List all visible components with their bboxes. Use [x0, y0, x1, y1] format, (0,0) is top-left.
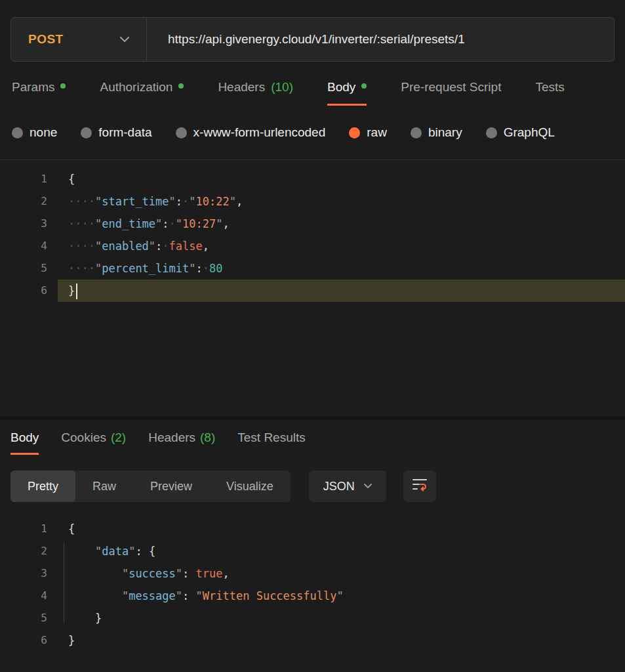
code-text: } [58, 629, 625, 652]
tab-authorization[interactable]: Authorization [100, 80, 184, 106]
mode-label: binary [428, 125, 462, 140]
chevron-down-icon [120, 37, 129, 43]
line-number: 1 [0, 168, 58, 190]
line-number: 2 [0, 190, 58, 213]
code-text: { [58, 518, 625, 540]
code-text: "data": { [58, 540, 625, 562]
code-text: "message": "Written Successfully" [58, 585, 625, 607]
line-number: 1 [0, 518, 58, 540]
body-mode-none[interactable]: none [12, 125, 57, 140]
code-line-3: 3 "success": true, [0, 562, 625, 585]
code-line-4[interactable]: 4····"enabled":·false, [0, 235, 625, 257]
code-line-4: 4 "message": "Written Successfully" [0, 585, 625, 607]
method-selector[interactable]: POST [11, 18, 146, 61]
view-raw-button[interactable]: Raw [75, 471, 133, 502]
view-pretty-button[interactable]: Pretty [10, 471, 75, 502]
wrap-lines-button[interactable] [403, 471, 436, 502]
code-line-1[interactable]: 1{ [0, 168, 625, 190]
code-line-5[interactable]: 5····"percent_limit":·80 [0, 257, 625, 280]
tab-label: Tests [535, 80, 564, 94]
tab-label: Cookies [61, 430, 106, 445]
code-text: ····"start_time":·"10:22", [58, 190, 625, 213]
tab-label: Headers [148, 430, 195, 445]
tab-label: Body [327, 80, 355, 94]
body-mode-urlencoded[interactable]: x-www-form-urlencoded [176, 125, 326, 140]
tab-tests[interactable]: Tests [535, 80, 564, 106]
text-cursor [76, 284, 77, 299]
code-text: } [58, 280, 625, 302]
response-tab-cookies[interactable]: Cookies (2) [61, 430, 126, 455]
code-line-2: 2 "data": { [0, 540, 625, 562]
line-number: 5 [0, 257, 58, 280]
view-visualize-button[interactable]: Visualize [209, 471, 291, 502]
tab-count: (8) [200, 430, 215, 445]
tab-label: Headers [218, 80, 265, 94]
response-tab-headers[interactable]: Headers (8) [148, 430, 215, 455]
mode-label: raw [367, 125, 387, 140]
line-number: 5 [0, 607, 58, 629]
line-number: 4 [0, 235, 58, 257]
url-input[interactable] [147, 18, 614, 61]
radio-icon [81, 127, 92, 138]
format-label: JSON [323, 480, 355, 494]
line-number: 6 [0, 280, 58, 302]
radio-icon [411, 127, 422, 138]
mode-label: none [30, 125, 57, 140]
code-line-2[interactable]: 2····"start_time":·"10:22", [0, 190, 625, 213]
response-view-bar: Pretty Raw Preview Visualize JSON [10, 471, 625, 502]
code-text: ····"enabled":·false, [58, 235, 625, 257]
body-mode-form-data[interactable]: form-data [81, 125, 151, 140]
mode-label: x-www-form-urlencoded [193, 125, 326, 140]
radio-icon [176, 127, 187, 138]
tab-count: (2) [111, 430, 126, 445]
line-number: 2 [0, 540, 58, 562]
body-mode-binary[interactable]: binary [411, 125, 462, 140]
code-text: ····"percent_limit":·80 [58, 257, 625, 280]
line-number: 6 [0, 629, 58, 652]
request-body-editor[interactable]: 1{2····"start_time":·"10:22",3····"end_t… [0, 159, 625, 417]
request-url-bar: POST [10, 17, 615, 62]
green-dot-icon [178, 83, 184, 89]
code-line-6: 6} [0, 629, 625, 652]
line-number: 3 [0, 562, 58, 585]
radio-icon [12, 127, 23, 138]
code-line-5: 5 } [0, 607, 625, 629]
method-label: POST [28, 32, 64, 47]
request-tabs: Params Authorization Headers (10) Body P… [0, 62, 625, 106]
format-dropdown[interactable]: JSON [309, 471, 386, 502]
radio-selected-icon [349, 127, 360, 138]
line-number: 4 [0, 585, 58, 607]
response-tab-body[interactable]: Body [10, 430, 39, 455]
green-dot-icon [60, 83, 66, 89]
code-line-1: 1{ [0, 518, 625, 540]
view-preview-button[interactable]: Preview [133, 471, 209, 502]
response-tabs: Body Cookies (2) Headers (8) Test Result… [0, 420, 625, 455]
radio-icon [486, 127, 497, 138]
code-text: } [58, 607, 625, 629]
tab-headers[interactable]: Headers (10) [218, 80, 293, 106]
body-mode-graphql[interactable]: GraphQL [486, 125, 555, 140]
tab-label: Body [10, 430, 39, 445]
tab-label: Test Results [237, 430, 305, 445]
mode-label: GraphQL [504, 125, 555, 140]
wrap-lines-icon [412, 478, 428, 495]
tab-label: Authorization [100, 80, 172, 94]
code-line-3[interactable]: 3····"end_time":·"10:27", [0, 213, 625, 235]
response-body-viewer: 1{2 "data": {3 "success": true,4 "messag… [0, 514, 625, 652]
line-number: 3 [0, 213, 58, 235]
tab-label: Pre-request Script [401, 80, 501, 94]
body-type-selector: none form-data x-www-form-urlencoded raw… [0, 106, 625, 140]
tab-body[interactable]: Body [327, 80, 367, 106]
code-line-6[interactable]: 6} [0, 280, 625, 302]
tab-pre-request-script[interactable]: Pre-request Script [401, 80, 501, 106]
tab-label: Params [12, 80, 54, 94]
response-tab-test-results[interactable]: Test Results [237, 430, 305, 455]
body-mode-raw[interactable]: raw [349, 125, 387, 140]
postman-app: POST Params Authorization Headers (10) B… [0, 0, 625, 672]
code-text: "success": true, [58, 562, 625, 585]
code-text: ····"end_time":·"10:27", [58, 213, 625, 235]
indent-guide [64, 543, 64, 623]
tab-params[interactable]: Params [12, 80, 66, 106]
green-dot-icon [361, 83, 367, 89]
chevron-down-icon [364, 484, 372, 489]
